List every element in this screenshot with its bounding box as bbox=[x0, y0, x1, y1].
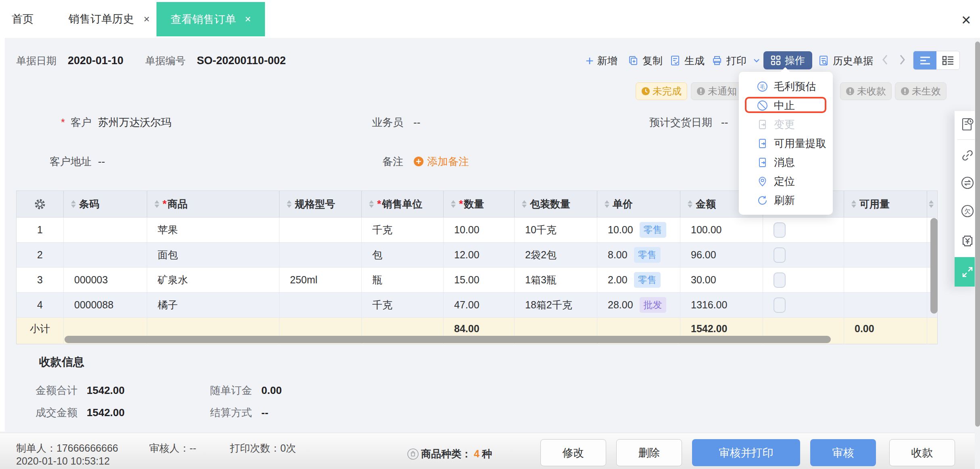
price-tag[interactable]: 零售 bbox=[640, 222, 666, 238]
tab-close-icon[interactable]: × bbox=[245, 13, 251, 25]
cell-barcode[interactable]: 000003 bbox=[64, 268, 147, 293]
address-value[interactable]: -- bbox=[98, 153, 105, 170]
salesman-value[interactable]: -- bbox=[413, 113, 420, 131]
header-pack-qty[interactable]: 包装数量 bbox=[515, 191, 597, 218]
header-product[interactable]: *商品 bbox=[147, 191, 279, 218]
column-settings[interactable] bbox=[17, 191, 64, 218]
next-arrow-icon[interactable] bbox=[899, 54, 906, 65]
audit-print-button[interactable]: 审核并打印 bbox=[692, 439, 800, 466]
audit-button[interactable]: 审核 bbox=[810, 439, 876, 466]
modify-button[interactable]: 修改 bbox=[540, 439, 606, 466]
cell-check[interactable] bbox=[763, 218, 844, 243]
table-row[interactable]: 3 000003 矿泉水 250ml 瓶 15.00 1箱3瓶 2.00零售 3… bbox=[17, 268, 937, 293]
menu-item-refresh[interactable]: 刷新 bbox=[739, 191, 833, 210]
cell-product[interactable]: 苹果 bbox=[147, 218, 279, 243]
cell-spec[interactable]: 250ml bbox=[279, 268, 362, 293]
cell-amount[interactable]: 96.00 bbox=[680, 243, 763, 268]
header-price[interactable]: 单价 bbox=[597, 191, 680, 218]
cell-spec[interactable] bbox=[279, 243, 362, 268]
prev-arrow-icon[interactable] bbox=[882, 54, 888, 65]
cell-pack[interactable]: 18箱2千克 bbox=[515, 293, 597, 318]
cell-qty[interactable]: 10.00 bbox=[444, 218, 515, 243]
doc-date: 单据日期 2020-01-10 bbox=[16, 52, 123, 69]
customer-value[interactable]: 苏州万达沃尔玛 bbox=[98, 113, 171, 131]
cell-amount[interactable]: 30.00 bbox=[680, 268, 763, 293]
cell-unit[interactable]: 千克 bbox=[362, 293, 444, 318]
cell-check[interactable] bbox=[763, 268, 844, 293]
table-vertical-scrollbar[interactable] bbox=[930, 218, 938, 314]
delete-button[interactable]: 删除 bbox=[616, 439, 682, 466]
cell-barcode[interactable] bbox=[64, 218, 147, 243]
page-scrollbar-thumb[interactable] bbox=[975, 42, 980, 427]
table-row[interactable]: 4 0000088 橘子 千克 47.00 18箱2千克 28.00批发 131… bbox=[17, 293, 937, 318]
cell-unit[interactable]: 瓶 bbox=[362, 268, 444, 293]
cell-product[interactable]: 矿泉水 bbox=[147, 268, 279, 293]
link-icon[interactable] bbox=[960, 148, 975, 163]
menu-item-profit-estimate[interactable]: 毛 毛利预估 bbox=[739, 77, 833, 96]
cell-product[interactable]: 橘子 bbox=[147, 293, 279, 318]
print-button[interactable]: 打印 bbox=[711, 52, 760, 69]
table-row[interactable]: 1 苹果 千克 10.00 10千克 10.00零售 100.00 bbox=[17, 218, 937, 243]
cell-pack[interactable]: 1箱3瓶 bbox=[515, 268, 597, 293]
generate-button[interactable]: 生成 bbox=[669, 52, 705, 69]
add-button[interactable]: + 新增 bbox=[586, 52, 617, 69]
cell-unit[interactable]: 千克 bbox=[362, 218, 444, 243]
chevron-down-icon[interactable] bbox=[753, 59, 760, 63]
yen-ticket-icon[interactable] bbox=[960, 233, 975, 249]
cell-barcode[interactable] bbox=[64, 243, 147, 268]
cell-amount[interactable]: 1316.00 bbox=[680, 293, 763, 318]
cell-price[interactable]: 28.00批发 bbox=[597, 293, 680, 318]
cell-barcode[interactable]: 0000088 bbox=[64, 293, 147, 318]
checkbox[interactable] bbox=[774, 272, 786, 288]
cell-qty[interactable]: 47.00 bbox=[444, 293, 515, 318]
header-unit[interactable]: *销售单位 bbox=[362, 191, 444, 218]
horizontal-scrollbar[interactable] bbox=[65, 336, 831, 343]
owe-icon[interactable]: 欠 bbox=[960, 203, 975, 219]
close-icon[interactable]: × bbox=[961, 12, 971, 28]
menu-item-available-extract[interactable]: 可用量提取 bbox=[739, 134, 833, 153]
receive-button[interactable]: 收款 bbox=[889, 439, 955, 466]
cell-unit[interactable]: 包 bbox=[362, 243, 444, 268]
cell-check[interactable] bbox=[763, 243, 844, 268]
refresh-icon bbox=[757, 195, 768, 206]
action-button[interactable]: 操作 bbox=[763, 51, 812, 69]
menu-item-message[interactable]: 消息 bbox=[739, 153, 833, 172]
delivery-date-value[interactable]: -- bbox=[721, 113, 728, 131]
checkbox[interactable] bbox=[774, 247, 786, 263]
tab-view-sales-order[interactable]: 查看销售订单× bbox=[156, 2, 265, 36]
table-row[interactable]: 2 面包 包 12.00 2袋2包 8.00零售 96.00 bbox=[17, 243, 937, 268]
price-tag[interactable]: 零售 bbox=[634, 247, 661, 263]
header-extra[interactable] bbox=[927, 191, 937, 218]
cell-price[interactable]: 10.00零售 bbox=[597, 218, 680, 243]
copy-button[interactable]: 复制 bbox=[628, 52, 663, 69]
cell-spec[interactable] bbox=[279, 218, 362, 243]
list-view-button[interactable] bbox=[913, 51, 936, 69]
cell-check[interactable] bbox=[763, 293, 844, 318]
tab-home[interactable]: 首页 bbox=[12, 0, 33, 38]
tab-close-icon[interactable]: × bbox=[144, 13, 150, 25]
header-spec[interactable]: 规格型号 bbox=[279, 191, 362, 218]
exchange-icon[interactable] bbox=[960, 175, 975, 191]
add-remark-button[interactable]: 添加备注 bbox=[413, 153, 469, 170]
price-tag[interactable]: 批发 bbox=[640, 297, 666, 313]
history-doc-button[interactable]: 历史单据 bbox=[818, 52, 873, 69]
price-tag[interactable]: 零售 bbox=[634, 272, 661, 288]
header-available[interactable]: 可用量 bbox=[844, 191, 927, 218]
menu-item-locate[interactable]: 定位 bbox=[739, 172, 833, 191]
doc-history-icon[interactable] bbox=[960, 117, 975, 132]
cell-pack[interactable]: 10千克 bbox=[515, 218, 597, 243]
cell-price[interactable]: 8.00零售 bbox=[597, 243, 680, 268]
header-barcode[interactable]: 条码 bbox=[64, 191, 147, 218]
cell-product[interactable]: 面包 bbox=[147, 243, 279, 268]
cell-qty[interactable]: 12.00 bbox=[444, 243, 515, 268]
cell-price[interactable]: 2.00零售 bbox=[597, 268, 680, 293]
checkbox[interactable] bbox=[774, 222, 786, 238]
cell-spec[interactable] bbox=[279, 293, 362, 318]
cell-amount[interactable]: 100.00 bbox=[680, 218, 763, 243]
tab-sales-history[interactable]: 销售订单历史× bbox=[69, 0, 150, 38]
cell-pack[interactable]: 2袋2包 bbox=[515, 243, 597, 268]
cell-qty[interactable]: 15.00 bbox=[444, 268, 515, 293]
card-view-button[interactable] bbox=[936, 51, 959, 69]
checkbox[interactable] bbox=[774, 297, 786, 313]
header-qty[interactable]: *数量 bbox=[444, 191, 515, 218]
